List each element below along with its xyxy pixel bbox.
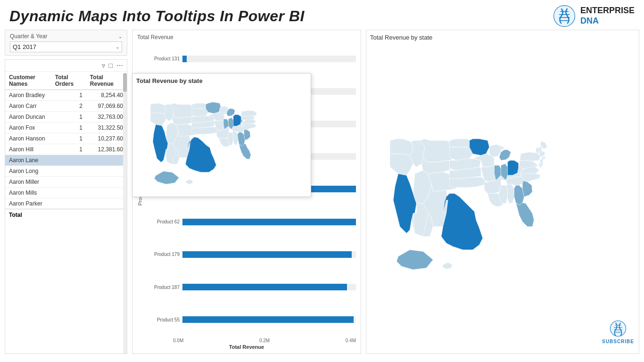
orders-cell: 1 bbox=[51, 112, 86, 123]
main-content: Quarter & Year ⌄ Q1 2017 ⌄ ▿ □ ⋯ Custome… bbox=[0, 30, 644, 354]
x-axis-title: Total Revenue bbox=[137, 344, 356, 350]
table-row[interactable]: Aaron Carr297,069.60 bbox=[5, 101, 127, 112]
orders-cell: 2 bbox=[51, 101, 86, 112]
customer-name-cell: Aaron Lane bbox=[5, 155, 51, 166]
tooltip-oregon bbox=[150, 113, 166, 125]
customer-table: ▿ □ ⋯ Customer Names Total Orders Total … bbox=[5, 59, 127, 354]
bar-track bbox=[182, 219, 356, 225]
state-south-dakota[interactable] bbox=[450, 147, 473, 160]
tooltip-ohio bbox=[233, 115, 241, 126]
revenue-cell: 8,254.40 bbox=[86, 90, 127, 101]
customer-name-cell: Aaron Bradley bbox=[5, 90, 51, 101]
table-toolbar: ▿ □ ⋯ bbox=[5, 60, 127, 72]
bar-track bbox=[182, 251, 356, 258]
bar-fill bbox=[182, 251, 352, 258]
scrollbar-thumb[interactable] bbox=[123, 73, 127, 92]
col-customer-names: Customer Names bbox=[5, 72, 51, 90]
table-row[interactable]: Aaron Mills bbox=[5, 188, 127, 198]
revenue-cell: 10,237.60 bbox=[86, 133, 127, 144]
table-footer-label: Total bbox=[5, 209, 51, 221]
main-map-area bbox=[370, 44, 635, 350]
bar-row[interactable]: Product 187 bbox=[147, 271, 356, 304]
orders-cell: 1 bbox=[51, 90, 86, 101]
table-row[interactable]: Aaron Miller bbox=[5, 177, 127, 188]
orders-cell bbox=[51, 198, 86, 209]
orders-cell bbox=[51, 166, 86, 177]
table-row[interactable]: Aaron Hill112,381.60 bbox=[5, 144, 127, 155]
subscribe-button[interactable]: SUBSCRIBE bbox=[602, 320, 634, 344]
revenue-cell: 32,763.00 bbox=[86, 112, 127, 123]
bar-label: Product 131 bbox=[147, 56, 180, 61]
table-footer-orders bbox=[51, 209, 86, 221]
revenue-cell: 97,069.60 bbox=[86, 101, 127, 112]
bar-track bbox=[182, 56, 356, 62]
tooltip-new-york bbox=[241, 110, 256, 116]
left-panel: Quarter & Year ⌄ Q1 2017 ⌄ ▿ □ ⋯ Custome… bbox=[5, 30, 127, 354]
bar-row[interactable]: Product 131 bbox=[147, 42, 356, 75]
expand-icon[interactable]: □ bbox=[109, 62, 113, 69]
tooltip-washington bbox=[150, 103, 166, 113]
state-florida[interactable] bbox=[516, 203, 534, 227]
bar-fill bbox=[182, 219, 356, 225]
quarter-year-slicer[interactable]: Quarter & Year ⌄ Q1 2017 ⌄ bbox=[5, 30, 127, 56]
slicer-value-dropdown[interactable]: Q1 2017 ⌄ bbox=[10, 41, 122, 52]
bar-track bbox=[182, 316, 356, 323]
orders-cell bbox=[51, 188, 86, 198]
table-row[interactable]: Aaron Hanson110,237.60 bbox=[5, 133, 127, 144]
state-washington[interactable] bbox=[390, 139, 413, 156]
orders-cell: 1 bbox=[51, 123, 86, 133]
revenue-cell bbox=[86, 166, 127, 177]
customer-name-cell: Aaron Hill bbox=[5, 144, 51, 155]
table-row[interactable]: Aaron Long bbox=[5, 166, 127, 177]
state-ohio[interactable] bbox=[508, 160, 519, 175]
state-wisconsin[interactable] bbox=[489, 145, 501, 157]
table-row[interactable]: Aaron Duncan132,763.00 bbox=[5, 112, 127, 123]
subscribe-label: SUBSCRIBE bbox=[602, 339, 634, 344]
bar-track bbox=[182, 284, 356, 290]
table-row[interactable]: Aaron Lane bbox=[5, 155, 127, 166]
state-hawaii[interactable] bbox=[442, 263, 452, 269]
state-oregon[interactable] bbox=[390, 154, 413, 175]
orders-cell bbox=[51, 177, 86, 188]
state-oklahoma[interactable] bbox=[450, 177, 486, 187]
revenue-cell bbox=[86, 177, 127, 188]
bar-fill bbox=[182, 284, 347, 290]
x-axis-tick: 0.4M bbox=[346, 338, 356, 343]
enterprise-dna-logo-icon bbox=[553, 5, 576, 27]
bar-row[interactable]: Product 179 bbox=[147, 238, 356, 271]
state-new-york[interactable] bbox=[520, 152, 541, 161]
table-row[interactable]: Aaron Parker bbox=[5, 198, 127, 209]
tooltip-minnesota bbox=[206, 102, 221, 113]
tooltip-florida bbox=[239, 144, 251, 159]
table-row[interactable]: Aaron Bradley18,254.40 bbox=[5, 90, 127, 101]
state-alaska[interactable] bbox=[396, 250, 433, 270]
filter-icon[interactable]: ▿ bbox=[102, 62, 105, 69]
state-south-carolina[interactable] bbox=[522, 180, 532, 197]
more-options-icon[interactable]: ⋯ bbox=[116, 62, 123, 69]
slicer-title-text: Quarter & Year bbox=[10, 33, 47, 40]
revenue-cell bbox=[86, 188, 127, 198]
bar-label: Product 179 bbox=[147, 252, 180, 257]
orders-cell: 1 bbox=[51, 133, 86, 144]
revenue-cell bbox=[86, 198, 127, 209]
tooltip-south-carolina bbox=[244, 129, 250, 140]
state-minnesota[interactable] bbox=[470, 139, 489, 156]
customer-name-cell: Aaron Mills bbox=[5, 188, 51, 198]
state-vermont[interactable] bbox=[536, 147, 539, 153]
x-axis-tick: 0.0M bbox=[173, 338, 183, 343]
revenue-cell bbox=[86, 155, 127, 166]
page-title: Dynamic Maps Into Tooltips In Power BI bbox=[9, 8, 305, 25]
state-connecticut[interactable] bbox=[542, 156, 544, 160]
table-scrollbar[interactable] bbox=[123, 73, 127, 354]
table-row[interactable]: Aaron Fox131,322.50 bbox=[5, 123, 127, 133]
bar-row[interactable]: Product 62 bbox=[147, 206, 356, 238]
tooltip-georgia bbox=[238, 132, 245, 146]
bar-chart-title: Total Revenue bbox=[137, 34, 356, 41]
state-north-dakota[interactable] bbox=[450, 139, 473, 148]
customer-name-cell: Aaron Fox bbox=[5, 123, 51, 133]
x-axis: 0.0M0.2M0.4M bbox=[173, 338, 356, 343]
customer-data-table: Customer Names Total Orders Total Revenu… bbox=[5, 72, 127, 221]
logo-text: ENTERPRISE DNA bbox=[580, 6, 635, 26]
slicer-chevron-icon: ⌄ bbox=[118, 34, 122, 39]
bar-row[interactable]: Product 55 bbox=[147, 304, 356, 336]
